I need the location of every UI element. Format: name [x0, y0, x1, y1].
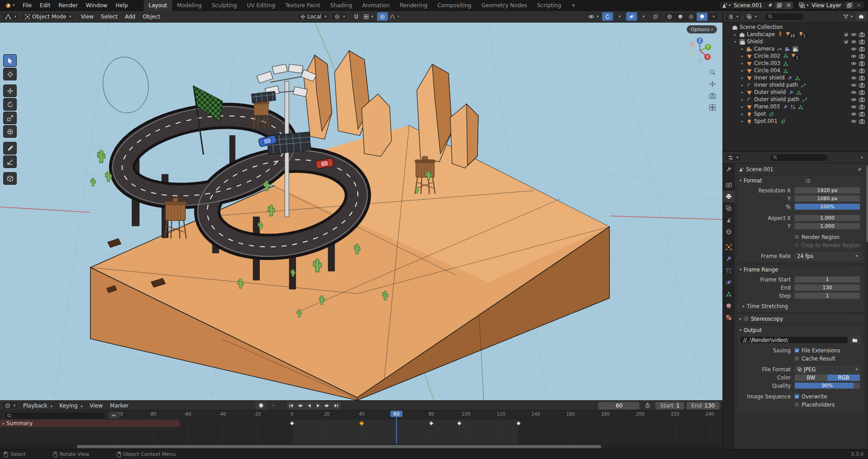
- outliner-row-plane-003[interactable]: ▸ Plane.003: [723, 103, 867, 110]
- disable-render-toggle[interactable]: [859, 103, 865, 110]
- auto-keying-dropdown[interactable]: ▾: [267, 401, 278, 410]
- shading-wireframe-button[interactable]: [664, 13, 675, 21]
- properties-tab-scene[interactable]: [723, 214, 735, 226]
- hide-viewport-toggle[interactable]: [851, 31, 857, 37]
- viewport-menu-view[interactable]: View: [77, 14, 97, 20]
- outliner-editor-type-button[interactable]: ▾: [725, 12, 741, 21]
- pan-view-icon[interactable]: [707, 79, 718, 89]
- hide-viewport-toggle[interactable]: [851, 46, 857, 52]
- camera-view-icon[interactable]: [707, 90, 718, 101]
- browse-output-folder-button[interactable]: [849, 336, 860, 344]
- collection-exclude-checkbox[interactable]: [844, 32, 849, 37]
- outliner-row-circle-003[interactable]: ▸ Circle.003: [723, 60, 867, 67]
- jump-to-start-button[interactable]: [287, 402, 296, 410]
- outliner-row-scene-collection[interactable]: Scene Collection: [723, 23, 867, 31]
- disclosure-arrow[interactable]: ▸: [739, 105, 745, 109]
- tool-measure[interactable]: [3, 155, 17, 168]
- properties-tab-object-data[interactable]: [723, 288, 735, 300]
- gizmo-neg-z-axis[interactable]: [697, 58, 703, 63]
- snap-settings-dropdown[interactable]: ▾: [362, 12, 374, 21]
- properties-tab-object[interactable]: [723, 241, 735, 253]
- properties-tab-material[interactable]: [723, 300, 735, 312]
- disable-render-toggle[interactable]: [859, 75, 865, 81]
- properties-tab-physics[interactable]: [723, 276, 735, 288]
- timeline-expand-button[interactable]: ↔: [108, 412, 119, 419]
- disable-render-toggle[interactable]: [859, 82, 865, 88]
- disclosure-arrow[interactable]: ▸: [739, 90, 745, 94]
- output-panel-header[interactable]: ▾Output····: [736, 325, 864, 335]
- playhead[interactable]: [396, 417, 397, 444]
- shading-solid-button[interactable]: [675, 13, 686, 21]
- disclosure-arrow[interactable]: ▸: [739, 119, 745, 123]
- outliner-row-circle-004[interactable]: ▸ Circle.004: [723, 67, 867, 74]
- disclosure-arrow[interactable]: ▸: [739, 54, 745, 58]
- properties-editor-type-button[interactable]: ▾: [725, 153, 741, 162]
- tool-transform[interactable]: [3, 125, 17, 138]
- workspace-tab-compositing[interactable]: Compositing: [432, 0, 476, 11]
- stereoscopy-panel-header[interactable]: ▸ Stereoscopy····: [736, 314, 864, 323]
- outliner-row-spot-001[interactable]: ▸ Spot.001: [723, 117, 867, 125]
- properties-options-dropdown[interactable]: ▾: [856, 153, 867, 162]
- mode-dropdown[interactable]: Object Mode▾: [22, 12, 75, 21]
- new-collection-button[interactable]: [856, 12, 867, 21]
- workspace-tab-texture-paint[interactable]: Texture Paint: [280, 0, 325, 11]
- hide-viewport-toggle[interactable]: [851, 118, 857, 124]
- properties-tab-world[interactable]: [723, 226, 735, 238]
- workspace-tab-animation[interactable]: Animation: [357, 0, 395, 11]
- resolution-x-field[interactable]: 1920 px: [794, 187, 860, 194]
- viewport-canvas[interactable]: Options▾ Z Y X: [0, 23, 722, 400]
- cache-result-checkbox[interactable]: [794, 356, 799, 361]
- workspace-tab-modeling[interactable]: Modeling: [172, 0, 207, 11]
- use-preview-range-toggle[interactable]: [642, 401, 653, 410]
- color-rgb-button[interactable]: RGB: [827, 375, 860, 381]
- disclosure-arrow[interactable]: ▾: [732, 40, 738, 44]
- placeholders-checkbox[interactable]: [794, 402, 799, 407]
- menu-window[interactable]: Window: [82, 0, 111, 11]
- timeline-search-input[interactable]: [4, 412, 106, 420]
- disable-render-toggle[interactable]: [859, 89, 865, 95]
- disable-render-toggle[interactable]: [859, 118, 865, 124]
- disclosure-arrow[interactable]: ▸: [739, 98, 745, 102]
- aspect-x-field[interactable]: 1.000: [794, 215, 860, 221]
- crop-render-region-checkbox[interactable]: [794, 243, 799, 248]
- disable-render-toggle[interactable]: [859, 31, 865, 37]
- disable-render-toggle[interactable]: [859, 53, 865, 59]
- proportional-falloff-dropdown[interactable]: ▾: [388, 12, 401, 21]
- options-dropdown[interactable]: Options▾: [687, 25, 717, 33]
- scene-name[interactable]: Scene.001: [731, 2, 765, 9]
- aspect-y-field[interactable]: 1.000: [794, 223, 860, 230]
- disable-render-toggle[interactable]: [859, 46, 865, 52]
- view-layer-name[interactable]: View Layer: [808, 2, 844, 9]
- outliner-row-inner-shield[interactable]: ▸ Inner shield: [723, 74, 867, 81]
- output-path-field[interactable]: //..\Render\video\: [740, 336, 848, 344]
- outliner-filter-dropdown[interactable]: ▾: [842, 12, 854, 21]
- hide-viewport-toggle[interactable]: [851, 103, 857, 110]
- properties-scrollbar[interactable]: [866, 165, 868, 242]
- frame-rate-dropdown[interactable]: 24 fps▾: [794, 253, 860, 260]
- properties-tab-tool[interactable]: [723, 164, 735, 175]
- tool-scale[interactable]: [3, 112, 17, 124]
- visibility-dropdown[interactable]: ▾: [587, 12, 600, 21]
- disable-render-toggle[interactable]: [859, 67, 865, 74]
- timeline-editor-type-button[interactable]: ▾: [2, 401, 19, 410]
- play-button[interactable]: [314, 402, 323, 410]
- viewport-menu-object[interactable]: Object: [139, 14, 164, 20]
- menu-help[interactable]: Help: [111, 0, 132, 11]
- properties-tab-modifiers[interactable]: [723, 253, 735, 265]
- outliner-row-camera[interactable]: ▸ Camera: [723, 45, 867, 52]
- tool-annotate[interactable]: [3, 142, 17, 155]
- workspace-tab-geometry-nodes[interactable]: Geometry Nodes: [476, 0, 532, 11]
- view-layer-selector[interactable]: ▾ View Layer: [797, 1, 864, 9]
- hide-viewport-toggle[interactable]: [851, 96, 857, 103]
- tool-cursor[interactable]: [3, 68, 17, 80]
- delete-view-layer-button[interactable]: [854, 2, 863, 9]
- playhead-frame-badge[interactable]: 60: [390, 411, 402, 417]
- delete-scene-button[interactable]: [784, 2, 793, 9]
- timeline-menu-view[interactable]: View: [86, 403, 106, 409]
- workspace-tab-layout[interactable]: Layout: [144, 0, 172, 11]
- scene-selector[interactable]: ▾ Scene.001: [719, 1, 794, 9]
- properties-tab-particles[interactable]: [723, 265, 735, 276]
- tool-move[interactable]: [3, 84, 17, 97]
- menu-file[interactable]: File: [19, 0, 36, 11]
- frame-start-field[interactable]: 1: [794, 276, 860, 283]
